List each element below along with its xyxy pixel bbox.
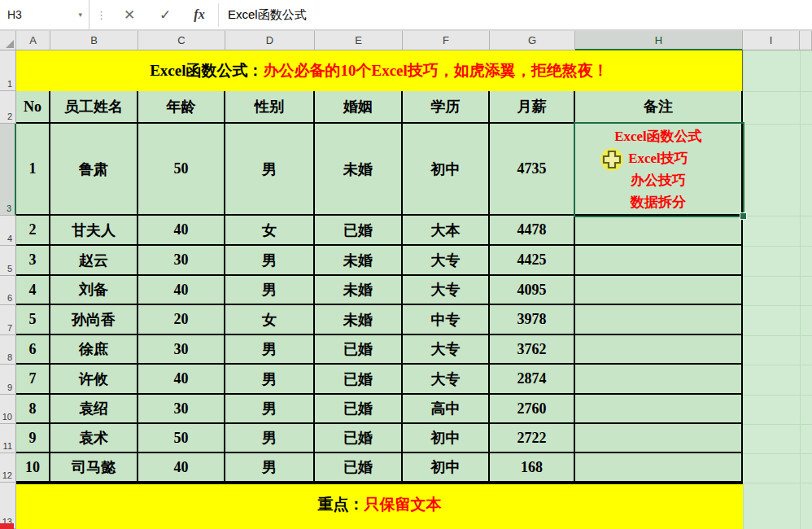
cell-F8[interactable]: 大专 <box>403 335 490 365</box>
cell-F9[interactable]: 大专 <box>403 365 490 395</box>
cell-E6[interactable]: 未婚 <box>315 276 403 305</box>
cell-E4[interactable]: 已婚 <box>315 216 403 246</box>
column-header-A[interactable]: A <box>16 31 50 50</box>
cell-F6[interactable]: 大专 <box>403 276 490 305</box>
table-header-cell-F2[interactable]: 学历 <box>403 91 490 124</box>
cell-F7[interactable]: 中专 <box>403 305 490 335</box>
row-header-11[interactable]: 11 <box>0 424 16 453</box>
cell-G6[interactable]: 4095 <box>490 276 575 305</box>
column-header-D[interactable]: D <box>225 31 315 50</box>
cell-H10[interactable] <box>575 395 743 424</box>
cell-G8[interactable]: 3762 <box>490 335 575 365</box>
cell-A11[interactable]: 9 <box>16 424 50 453</box>
cell-A8[interactable]: 6 <box>16 335 50 365</box>
cell-C10[interactable]: 30 <box>138 395 225 424</box>
row-header-7[interactable]: 7 <box>0 305 16 335</box>
row-header-5[interactable]: 5 <box>0 246 16 276</box>
column-header-partial[interactable] <box>800 31 812 50</box>
cell-H11[interactable] <box>575 424 743 453</box>
cell-D12[interactable]: 男 <box>225 453 315 483</box>
table-header-cell-C2[interactable]: 年龄 <box>138 91 225 124</box>
cell-B4[interactable]: 甘夫人 <box>50 216 138 246</box>
cell-F5[interactable]: 大专 <box>403 246 490 276</box>
cell-G3[interactable]: 4735 <box>490 124 575 216</box>
table-header-cell-A2[interactable]: No <box>16 91 50 124</box>
column-header-G[interactable]: G <box>490 31 575 50</box>
cell-E3[interactable]: 未婚 <box>315 124 403 216</box>
cell-B10[interactable]: 袁绍 <box>50 395 138 424</box>
merged-banner-top[interactable]: Excel函数公式：办公必备的10个Excel技巧，如虎添翼，拒绝熬夜！ <box>16 50 743 91</box>
column-header-B[interactable]: B <box>50 31 138 50</box>
merged-banner-bottom[interactable]: 重点：只保留文本 <box>16 483 743 529</box>
table-header-cell-B2[interactable]: 员工姓名 <box>50 91 138 124</box>
cell-C12[interactable]: 40 <box>138 453 225 483</box>
cell-B3[interactable]: 鲁肃 <box>50 124 138 216</box>
row-header-1[interactable]: 1 <box>0 50 16 91</box>
cell-E7[interactable]: 未婚 <box>315 305 403 335</box>
cell-B8[interactable]: 徐庶 <box>50 335 138 365</box>
cell-G12[interactable]: 168 <box>490 453 575 483</box>
cell-G11[interactable]: 2722 <box>490 424 575 453</box>
cell-A7[interactable]: 5 <box>16 305 50 335</box>
cell-E10[interactable]: 已婚 <box>315 395 403 424</box>
cell-E12[interactable]: 已婚 <box>315 453 403 483</box>
cell-E11[interactable]: 已婚 <box>315 424 403 453</box>
cell-A9[interactable]: 7 <box>16 365 50 395</box>
table-header-cell-G2[interactable]: 月薪 <box>490 91 575 124</box>
row-header-10[interactable]: 10 <box>0 395 16 424</box>
cell-A6[interactable]: 4 <box>16 276 50 305</box>
cell-C4[interactable]: 40 <box>138 216 225 246</box>
column-header-H[interactable]: H <box>575 31 743 50</box>
cell-D8[interactable]: 男 <box>225 335 315 365</box>
row-header-2[interactable]: 2 <box>0 91 16 124</box>
cell-D3[interactable]: 男 <box>225 124 315 216</box>
table-header-cell-E2[interactable]: 婚姻 <box>315 91 403 124</box>
cell-F12[interactable]: 初中 <box>403 453 490 483</box>
cell-A4[interactable]: 2 <box>16 216 50 246</box>
cell-B9[interactable]: 许攸 <box>50 365 138 395</box>
cell-D7[interactable]: 女 <box>225 305 315 335</box>
cell-F4[interactable]: 大本 <box>403 216 490 246</box>
row-header-8[interactable]: 8 <box>0 335 16 365</box>
cell-H8[interactable] <box>575 335 743 365</box>
cell-D11[interactable]: 男 <box>225 424 315 453</box>
cell-C6[interactable]: 40 <box>138 276 225 305</box>
cell-E8[interactable]: 已婚 <box>315 335 403 365</box>
column-header-F[interactable]: F <box>403 31 490 50</box>
row-header-3[interactable]: 3 <box>0 124 16 216</box>
column-header-I[interactable]: I <box>743 31 800 50</box>
cell-G4[interactable]: 4478 <box>490 216 575 246</box>
column-header-C[interactable]: C <box>138 31 225 50</box>
cell-D6[interactable]: 男 <box>225 276 315 305</box>
cell-H12[interactable] <box>575 453 743 483</box>
cell-C5[interactable]: 30 <box>138 246 225 276</box>
cell-C7[interactable]: 20 <box>138 305 225 335</box>
cell-D4[interactable]: 女 <box>225 216 315 246</box>
cell-H6[interactable] <box>575 276 743 305</box>
cell-E5[interactable]: 未婚 <box>315 246 403 276</box>
row-header-6[interactable]: 6 <box>0 276 16 305</box>
cell-E9[interactable]: 已婚 <box>315 365 403 395</box>
cell-F3[interactable]: 初中 <box>403 124 490 216</box>
cell-C8[interactable]: 30 <box>138 335 225 365</box>
row-header-4[interactable]: 4 <box>0 216 16 246</box>
cell-G9[interactable]: 2874 <box>490 365 575 395</box>
row-header-9[interactable]: 9 <box>0 365 16 395</box>
row-header-12[interactable]: 12 <box>0 453 16 483</box>
cell-B5[interactable]: 赵云 <box>50 246 138 276</box>
cell-C9[interactable]: 40 <box>138 365 225 395</box>
cell-A3[interactable]: 1 <box>16 124 50 216</box>
cell-B6[interactable]: 刘备 <box>50 276 138 305</box>
cell-B7[interactable]: 孙尚香 <box>50 305 138 335</box>
cell-F10[interactable]: 高中 <box>403 395 490 424</box>
cell-H4[interactable] <box>575 216 743 246</box>
table-header-cell-D2[interactable]: 性别 <box>225 91 315 124</box>
cell-H5[interactable] <box>575 246 743 276</box>
cell-A12[interactable]: 10 <box>16 453 50 483</box>
cell-D5[interactable]: 男 <box>225 246 315 276</box>
cell-B11[interactable]: 袁术 <box>50 424 138 453</box>
cell-H7[interactable] <box>575 305 743 335</box>
cell-C3[interactable]: 50 <box>138 124 225 216</box>
cell-G7[interactable]: 3978 <box>490 305 575 335</box>
cell-B12[interactable]: 司马懿 <box>50 453 138 483</box>
